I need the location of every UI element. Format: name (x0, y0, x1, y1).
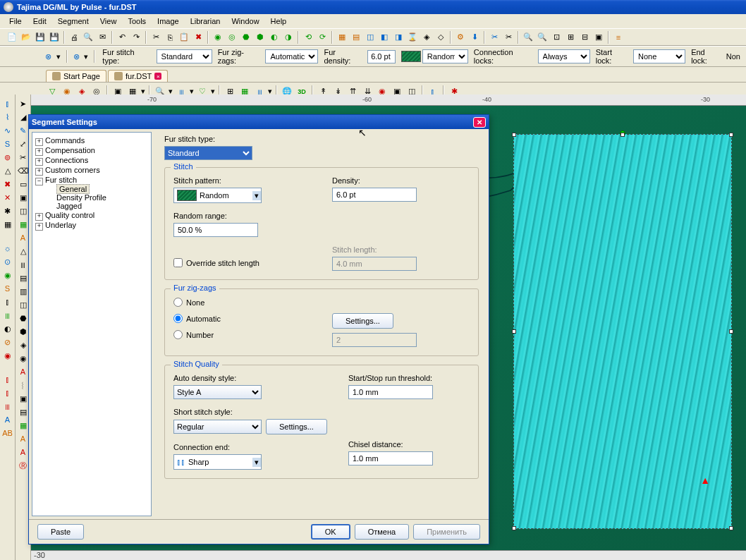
zoom-icon[interactable]: ⊟ (578, 31, 591, 44)
pointer-icon[interactable]: ➤ (17, 97, 30, 110)
stitch-pattern-select[interactable]: Random (422, 49, 468, 63)
dialog-close-button[interactable]: ✕ (473, 117, 486, 128)
tree-commands[interactable]: Commands (35, 135, 148, 145)
tool-icon[interactable]: ⬢ (254, 31, 267, 44)
undo-icon[interactable]: ↶ (116, 31, 128, 44)
tool-icon[interactable]: A (17, 365, 30, 378)
fur-zigzags-select[interactable]: Automatic (265, 49, 318, 63)
tool-icon[interactable]: ▭ (17, 178, 30, 190)
tool-icon[interactable]: ▦ (1, 218, 14, 231)
redo-icon[interactable]: ↷ (130, 31, 142, 44)
menu-edit[interactable]: Edit (27, 16, 52, 27)
tool-icon[interactable]: ✂ (17, 151, 30, 164)
tool-icon[interactable]: ⫼ (17, 258, 30, 271)
tool-icon[interactable]: ▦ (17, 419, 30, 432)
resize-handle[interactable] (620, 133, 625, 137)
chisel-input[interactable] (348, 451, 433, 465)
tool-icon[interactable]: ▦ (336, 31, 348, 44)
tree-custom-corners[interactable]: Custom corners (35, 165, 148, 175)
tool-icon[interactable]: ⬣ (240, 31, 252, 44)
tool-icon[interactable]: A (1, 413, 14, 426)
tool-icon[interactable]: AB (1, 427, 14, 439)
cancel-button[interactable]: Отмена (355, 524, 409, 540)
tool-icon[interactable]: ✱ (1, 205, 14, 217)
tool-icon[interactable]: ☼ (1, 242, 14, 255)
resize-handle[interactable] (512, 329, 516, 334)
paste-icon[interactable]: 📋 (178, 31, 190, 44)
tool-icon[interactable]: ⫿ (1, 373, 14, 386)
short-stitch-settings-button[interactable]: Settings... (266, 419, 327, 434)
tool-icon[interactable]: ⤢ (17, 138, 30, 150)
resize-handle[interactable] (512, 133, 516, 137)
zoom-out-icon[interactable]: 🔍 (536, 31, 549, 44)
tool-icon[interactable]: ◈ (17, 339, 30, 351)
resize-handle[interactable] (729, 329, 733, 334)
tool-icon[interactable]: Ⓡ (17, 459, 30, 472)
tool-icon[interactable]: ◢ (17, 111, 30, 123)
tool-icon[interactable]: ◎ (226, 31, 238, 44)
tool-icon[interactable]: ⚙ (454, 31, 467, 44)
tool-icon[interactable]: ✕ (1, 191, 14, 204)
override-checkbox[interactable] (173, 258, 183, 267)
tool-icon[interactable]: ◉ (1, 269, 14, 281)
menu-tools[interactable]: Tools (122, 16, 152, 27)
tool-icon[interactable]: ⌇ (1, 111, 14, 123)
tool-icon[interactable]: ◫ (17, 205, 30, 217)
tree-fur-stitch[interactable]: Fur stitch (35, 175, 148, 185)
short-stitch-select[interactable]: Regular (173, 420, 262, 434)
preview-icon[interactable]: 🔍 (82, 31, 94, 44)
tool-icon[interactable]: △ (17, 245, 30, 257)
tool-icon[interactable]: ⫼ (1, 400, 14, 413)
tool-icon[interactable]: ▥ (17, 285, 30, 298)
tool-icon[interactable]: ◫ (17, 298, 30, 311)
selected-segment[interactable]: ▲ (513, 134, 732, 529)
random-range-input[interactable] (173, 223, 258, 237)
tool-icon[interactable]: ◫ (364, 31, 377, 44)
tool-icon[interactable]: ◇ (434, 31, 447, 44)
zz-auto-radio[interactable] (173, 314, 183, 323)
tree-density-profile[interactable]: Density Profile (56, 193, 148, 202)
startstop-input[interactable] (348, 385, 433, 399)
paste-button[interactable]: Paste (37, 524, 84, 540)
saveas-icon[interactable]: 💾 (48, 31, 61, 44)
pattern-swatch[interactable] (401, 51, 421, 62)
menu-image[interactable]: Image (152, 16, 185, 27)
email-icon[interactable]: ✉ (96, 31, 109, 44)
tool-icon[interactable]: ⫿ (1, 97, 14, 110)
tool-icon[interactable]: ⟲ (302, 31, 314, 44)
tool-icon[interactable]: ◑ (282, 31, 295, 44)
cut-icon[interactable]: ✂ (149, 31, 162, 44)
menu-librarian[interactable]: Librarian (185, 16, 226, 27)
save-icon[interactable]: 💾 (34, 31, 47, 44)
density-input[interactable] (332, 188, 417, 202)
tool-icon[interactable]: ✂ (502, 31, 515, 44)
tool-icon[interactable]: ▤ (350, 31, 362, 44)
menu-segment[interactable]: Segment (52, 16, 94, 27)
tool-icon[interactable]: △ (1, 164, 14, 177)
zoom-in-icon[interactable]: 🔍 (522, 31, 534, 44)
tool-icon[interactable]: ◉ (1, 349, 14, 362)
resize-handle[interactable] (729, 526, 733, 530)
tool-icon[interactable]: ▦ (17, 218, 30, 231)
tool-icon[interactable]: ⊘ (1, 336, 14, 348)
tool-icon[interactable]: ⌛ (406, 31, 419, 44)
fur-stitch-type-select[interactable]: Standard (164, 146, 252, 160)
print-icon[interactable]: 🖨 (68, 31, 80, 44)
new-icon[interactable]: 📄 (6, 31, 18, 44)
close-icon[interactable]: ⊗ (71, 50, 83, 63)
zoom-fit-icon[interactable]: ⊡ (550, 31, 563, 44)
close-icon[interactable]: ⊗ (42, 50, 55, 63)
tab-start-page[interactable]: Start Page (46, 70, 106, 82)
tool-icon[interactable]: S (1, 282, 14, 295)
tool-icon[interactable]: ▤ (17, 406, 30, 418)
tool-icon[interactable]: ▣ (17, 392, 30, 405)
tree-quality-control[interactable]: Quality control (35, 210, 148, 220)
tool-icon[interactable]: ⌫ (17, 164, 30, 177)
copy-icon[interactable]: ⎘ (164, 31, 176, 44)
tool-icon[interactable]: ◐ (1, 322, 14, 335)
tool-icon[interactable]: ∿ (1, 124, 14, 137)
palette-icon[interactable]: ≡ (612, 31, 625, 44)
tool-icon[interactable]: ⊚ (1, 151, 14, 164)
menu-file[interactable]: File (4, 16, 27, 27)
tool-icon[interactable]: ⫼ (1, 309, 14, 322)
